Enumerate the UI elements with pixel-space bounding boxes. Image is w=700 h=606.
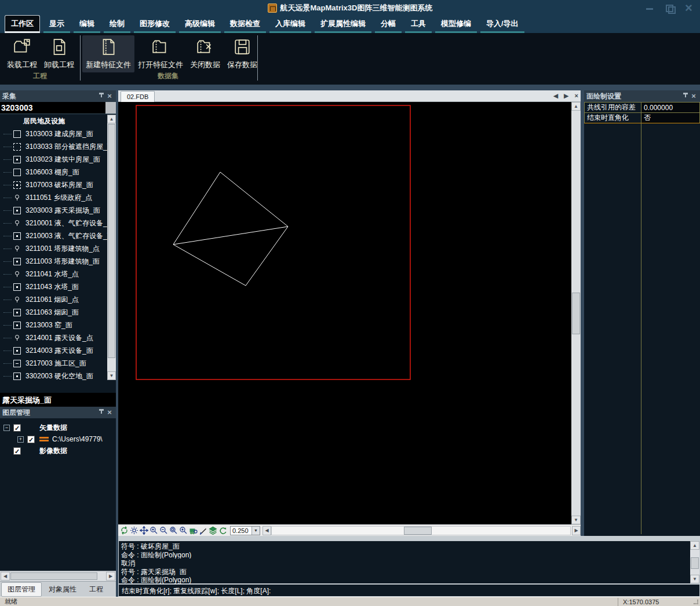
feature-item[interactable]: 3103003 建成房屋_面 [0,127,116,140]
feature-item[interactable]: 3210001 液、气贮存设备_点 [0,217,116,229]
refresh-view-icon[interactable] [119,526,129,535]
feature-item[interactable]: 3107003 破坏房屋_面 [0,178,116,191]
menu-edit[interactable]: 编辑 [74,16,100,33]
scroll-down-icon[interactable]: ▼ [571,516,581,524]
save-data-button[interactable]: 保存数据 [224,35,261,72]
pin-icon[interactable] [97,92,105,100]
tab-close-icon[interactable]: × [575,92,578,100]
scroll-up-icon[interactable]: ▲ [690,541,699,550]
resize-grip-icon[interactable] [692,598,700,606]
menu-tools[interactable]: 工具 [405,16,432,33]
tab-scroll-right-icon[interactable]: ▶ [564,92,568,100]
new-feature-file-button[interactable]: 新建特征文件 [82,35,134,72]
feature-item[interactable]: 3213003 窑_面 [0,319,116,331]
scroll-down-icon[interactable]: ▼ [107,371,116,380]
layer-node-image[interactable]: ✓ 影像数据 [3,445,116,457]
zoom-extent-icon[interactable] [178,526,188,535]
feature-item[interactable]: 3103033 部分被遮挡房屋_面 [0,140,116,153]
feature-item[interactable]: 3103023 建筑中房屋_面 [0,153,116,166]
zoom-in-icon[interactable] [149,526,159,535]
checkbox-checked-icon[interactable]: ✓ [13,447,21,455]
pin-icon[interactable] [681,92,690,100]
restore-button[interactable] [664,3,675,13]
close-icon[interactable]: × [105,408,114,417]
feature-item[interactable]: 3106003 棚房_面 [0,166,116,178]
menu-workspace[interactable]: 工作区 [5,15,40,33]
tab-scroll-left-icon[interactable]: ◀ [553,92,558,100]
menu-data-check[interactable]: 数据检查 [224,16,266,33]
scrollbar-thumb[interactable] [691,557,699,569]
tab-project[interactable]: 工程 [83,583,109,596]
property-row-rectify[interactable]: 结束时直角化 否 [585,113,700,123]
menu-model-edit[interactable]: 模型修编 [435,16,477,33]
tab-layer-manager[interactable]: 图层管理 [1,582,42,597]
scroll-left-icon[interactable]: ◀ [262,526,271,535]
load-project-button[interactable]: 装载工程 [3,35,41,72]
menu-import-export[interactable]: 导入/导出 [480,16,524,33]
horizontal-splitter[interactable] [118,536,700,541]
layers-icon[interactable] [208,526,218,535]
close-icon[interactable]: × [690,92,698,100]
layer-panel-hscrollbar[interactable]: ◀ ▶ [0,571,116,581]
canvas-vscrollbar[interactable]: ▲ ▼ [571,102,581,524]
menu-draw[interactable]: 绘制 [104,16,130,33]
command-prompt[interactable]: 结束时直角化[r]; 重复线跟踪[w]; 长度[L]; 角度[A]: [118,584,700,597]
menu-sheet[interactable]: 分幅 [375,16,402,33]
scroll-left-icon[interactable]: ◀ [1,572,10,581]
document-tab[interactable]: 02.FDB [121,91,155,102]
scrollbar-thumb[interactable] [108,124,115,358]
output-vscrollbar[interactable]: ▲ ▼ [690,541,699,583]
property-row-tolerance[interactable]: 共线引用的容差 0.000000 [585,103,700,113]
feature-category[interactable]: 居民地及设施 [0,115,116,127]
tab-object-attributes[interactable]: 对象属性 [43,583,82,596]
open-feature-file-button[interactable]: 打开特征文件 [134,35,187,72]
feature-item[interactable]: 3302003 硬化空地_面 [0,370,116,380]
checkbox-checked-icon[interactable]: ✓ [27,436,35,443]
close-button[interactable] [684,3,694,13]
scroll-right-icon[interactable]: ▶ [106,572,115,581]
canvas-hscrollbar[interactable] [271,526,571,535]
feature-tree-scrollbar[interactable]: ▲ ▼ [107,115,116,380]
scrollbar-thumb[interactable] [10,572,97,580]
feature-item[interactable]: 3214003 露天设备_面 [0,344,116,357]
property-value[interactable]: 否 [641,113,700,123]
feature-item[interactable]: 3203003 露天采掘场_面 [0,204,116,217]
collapse-icon[interactable]: − [3,425,10,431]
scroll-up-icon[interactable]: ▲ [571,102,581,111]
feature-item[interactable]: 3211061 烟囱_点 [0,293,116,306]
pan-icon[interactable] [139,526,149,535]
rotate-icon[interactable] [218,526,228,535]
pin-icon[interactable] [97,408,105,417]
layer-node-vector[interactable]: − ✓ 矢量数据 [3,422,116,433]
feature-item[interactable]: 3211001 塔形建筑物_点 [0,242,116,255]
zoom-scale-combobox[interactable]: 0.250 ▼ [230,526,260,535]
feature-item[interactable]: 3211063 烟囱_面 [0,306,116,319]
scroll-down-icon[interactable]: ▼ [690,575,699,583]
minimize-button[interactable] [644,3,655,13]
feature-code-filter[interactable]: 3203003 [0,102,116,114]
menu-advanced-edit[interactable]: 高级编辑 [179,16,221,33]
snapshot-icon[interactable] [188,526,198,535]
scrollbar-thumb[interactable] [572,293,580,334]
feature-item[interactable]: 3211041 水塔_点 [0,268,116,280]
brightness-icon[interactable] [129,526,139,535]
drawing-canvas[interactable]: ▲ ▼ [118,102,581,524]
chevron-down-icon[interactable]: ▼ [251,527,260,535]
feature-item[interactable]: 3217003 施工区_面 [0,357,116,370]
scrollbar-thumb[interactable] [404,527,432,535]
feature-item[interactable]: 3211003 塔形建筑物_面 [0,255,116,268]
feature-item[interactable]: 3211043 水塔_面 [0,280,116,293]
menu-display[interactable]: 显示 [43,16,70,33]
layer-node-path[interactable]: + ✓ C:\Users\49779\ [3,433,116,445]
menu-ext-attr-edit[interactable]: 扩展属性编辑 [315,16,371,33]
close-icon[interactable]: × [105,92,114,100]
menu-db-edit[interactable]: 入库编辑 [269,16,311,33]
menu-shape-modify[interactable]: 图形修改 [134,16,176,33]
feature-item[interactable]: 3214001 露天设备_点 [0,331,116,344]
zoom-window-icon[interactable] [169,526,178,535]
feature-item[interactable]: 3111051 乡级政府_点 [0,191,116,204]
close-data-button[interactable]: 关闭数据 [187,35,224,72]
expand-icon[interactable]: + [17,436,24,443]
scroll-up-icon[interactable]: ▲ [107,115,116,123]
checkbox-checked-icon[interactable]: ✓ [13,424,21,432]
